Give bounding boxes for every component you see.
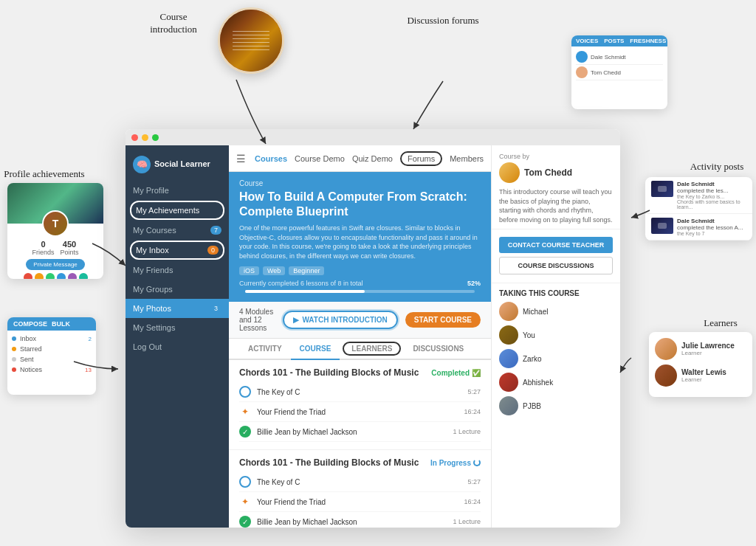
nav-course-demo[interactable]: Course Demo xyxy=(295,154,345,163)
groups-label: My Groups xyxy=(133,285,173,294)
msg-dot xyxy=(12,357,16,362)
inbox-label: My Inbox xyxy=(136,246,169,255)
lesson-lecture: 1 Lecture xyxy=(453,428,481,435)
sidebar-item-photos[interactable]: My Photos 3 xyxy=(126,299,229,318)
lesson-lecture: 1 Lecture xyxy=(453,518,481,525)
contact-teacher-button[interactable]: CONTACT COURSE TEACHER xyxy=(499,237,613,253)
check-icon: ✅ xyxy=(472,369,481,377)
progress-row: Currently completed 6 lessons of 8 in to… xyxy=(239,280,481,287)
lesson-item: ✦ Your Friend the Triad 16:24 xyxy=(239,402,481,422)
forum-header: VOICES POSTS FRESHNESS xyxy=(571,35,667,46)
course-title: How To Build A Computer From Scratch: Co… xyxy=(239,190,481,219)
lesson-title: The Key of C xyxy=(257,478,461,486)
lesson-time: 5:27 xyxy=(467,478,481,485)
learner-item: You xyxy=(499,325,613,345)
progress-bar-fill xyxy=(245,290,365,293)
course-by-section: Course by Tom Chedd This introductory co… xyxy=(492,145,620,229)
sidebar-item-courses[interactable]: My Courses 7 xyxy=(126,221,229,240)
action-row: 4 Modules and 12 Lessons ▶ WATCH INTRODU… xyxy=(229,302,491,339)
sidebar-item-profile[interactable]: My Profile xyxy=(126,181,229,200)
learner-name: Zarko xyxy=(523,355,542,363)
nav-quiz-demo[interactable]: Quiz Demo xyxy=(352,154,393,163)
forum-row: Dale Schmidt xyxy=(576,49,663,65)
modules-text: 4 Modules and 12 Lessons xyxy=(239,308,275,332)
activity-item: Dale Schmidt completed the lesson A... t… xyxy=(645,214,752,241)
watch-introduction-button[interactable]: ▶ WATCH INTRODUCTION xyxy=(283,311,397,329)
nav-members[interactable]: Members xyxy=(450,154,484,163)
tab-course[interactable]: COURSE xyxy=(291,339,340,360)
sidebar-item-groups[interactable]: My Groups xyxy=(126,280,229,299)
activity-thumbnail xyxy=(651,218,673,234)
annotation-activity-posts: Activity posts xyxy=(684,161,750,173)
browser-chrome xyxy=(126,129,620,145)
learner-avatar xyxy=(499,325,518,345)
achievements-label: My Achievements xyxy=(136,206,199,215)
sidebar-item-friends[interactable]: My Friends xyxy=(126,260,229,280)
course-by-label: Course by xyxy=(499,153,613,160)
tab-learners[interactable]: LEARNERS xyxy=(343,342,401,356)
nav-forums[interactable]: Forums xyxy=(400,151,442,166)
lesson-item: ✓ Billie Jean by Michael Jackson 1 Lectu… xyxy=(239,512,481,528)
learner-name: PJBB xyxy=(523,402,541,410)
sidebar-item-logout[interactable]: Log Out xyxy=(126,337,229,356)
lesson-title: Billie Jean by Michael Jackson xyxy=(257,428,447,436)
topnav: ☰ Courses Course Demo Quiz Demo Forums M… xyxy=(229,145,491,172)
profile-badges xyxy=(24,273,88,279)
photos-badge: 3 xyxy=(210,304,221,313)
profile-avatar: T xyxy=(42,210,69,237)
learner-avatar xyxy=(499,373,518,392)
section-title-row: Chords 101 - The Building Blocks of Musi… xyxy=(239,367,481,378)
msg-dot xyxy=(12,336,16,341)
section-status: Completed ✅ xyxy=(431,369,481,377)
tag-beginner: Beginner xyxy=(289,266,324,275)
lesson-title: The Key of C xyxy=(257,388,461,396)
sidebar-item-inbox[interactable]: My Inbox 0 xyxy=(130,241,224,260)
activity-item: Dale Schmidt completed the les... the Ke… xyxy=(645,177,752,214)
lesson-item: The Key of C 5:27 xyxy=(239,382,481,402)
forum-avatar xyxy=(576,66,588,78)
minimize-dot[interactable] xyxy=(142,134,148,141)
tab-discussions[interactable]: DISCUSSIONS xyxy=(404,339,472,360)
lesson-section-2: Chords 101 - The Building Blocks of Musi… xyxy=(229,450,491,528)
section-title: Chords 101 - The Building Blocks of Musi… xyxy=(239,367,431,378)
private-message-button[interactable]: Private Message xyxy=(26,259,85,270)
tab-activity[interactable]: ACTIVITY xyxy=(239,339,291,360)
settings-label: My Settings xyxy=(133,323,175,332)
lesson-check-icon: ✓ xyxy=(239,426,251,438)
menu-icon[interactable]: ☰ xyxy=(236,153,246,165)
learner-name: Abhishek xyxy=(523,379,553,387)
logo-icon: 🧠 xyxy=(133,156,151,173)
forum-callout: VOICES POSTS FRESHNESS Dale Schmidt Tom … xyxy=(571,35,667,109)
nav-courses[interactable]: Courses xyxy=(255,154,287,163)
learner-item: Michael xyxy=(499,302,613,321)
sidebar-item-achievements[interactable]: My Achievements xyxy=(130,201,224,220)
sidebar-item-settings[interactable]: My Settings xyxy=(126,318,229,337)
course-by: Tom Chedd xyxy=(499,162,613,183)
learner-avatar xyxy=(499,396,518,415)
progress-bar xyxy=(245,290,475,293)
main-content: ☰ Courses Course Demo Quiz Demo Forums M… xyxy=(229,145,491,528)
annotation-discussion-forums: Discussion forums xyxy=(406,15,480,27)
play-icon: ▶ xyxy=(293,316,299,324)
nav-links: Courses Course Demo Quiz Demo Forums Mem… xyxy=(255,151,491,166)
forum-avatar xyxy=(576,51,588,63)
learner-avatar xyxy=(499,302,518,321)
course-label: Course xyxy=(239,179,481,187)
forum-row: Tom Chedd xyxy=(576,65,663,80)
lesson-title: Your Friend the Triad xyxy=(257,408,458,416)
learner-avatar xyxy=(499,349,518,368)
start-course-button[interactable]: START COURSE xyxy=(405,312,481,328)
message-item: Notices 13 xyxy=(12,364,92,375)
courses-badge: 7 xyxy=(210,226,221,235)
learner-callout-avatar xyxy=(655,338,677,360)
learner-callout-item: Walter Lewis Learner xyxy=(655,364,746,387)
maximize-dot[interactable] xyxy=(152,134,159,141)
learner-callout-item: Julie Lawrence Learner xyxy=(655,338,746,360)
learner-item: Zarko xyxy=(499,349,613,368)
learner-callout-avatar xyxy=(655,364,677,387)
sidebar: 🧠 Social Learner My Profile My Achieveme… xyxy=(126,145,229,528)
lesson-circle-icon xyxy=(239,386,251,398)
close-dot[interactable] xyxy=(131,134,138,141)
course-discussions-button[interactable]: COURSE DISCUSSIONS xyxy=(499,257,613,274)
lesson-section-1: Chords 101 - The Building Blocks of Musi… xyxy=(229,360,491,450)
